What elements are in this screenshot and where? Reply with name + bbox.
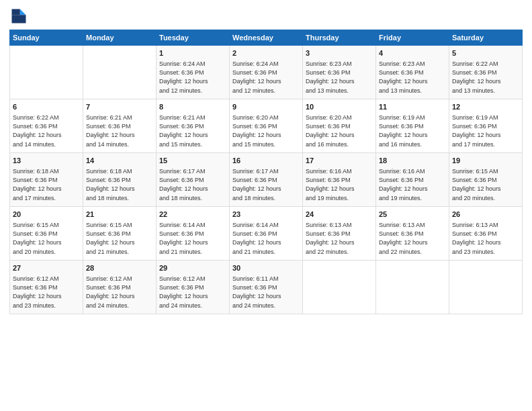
cal-cell xyxy=(449,261,523,314)
day-number: 8 xyxy=(159,102,226,112)
cal-cell: 2Sunrise: 6:24 AM Sunset: 6:36 PM Daylig… xyxy=(230,46,303,99)
weekday-header-row: SundayMondayTuesdayWednesdayThursdayFrid… xyxy=(10,30,523,46)
cal-cell: 25Sunrise: 6:13 AM Sunset: 6:36 PM Dayli… xyxy=(376,207,449,261)
cal-cell xyxy=(376,261,449,314)
day-number: 19 xyxy=(452,156,519,166)
day-details: Sunrise: 6:11 AM Sunset: 6:36 PM Dayligh… xyxy=(232,275,300,310)
day-number: 12 xyxy=(452,102,519,112)
weekday-header-wednesday: Wednesday xyxy=(230,30,303,46)
cal-cell xyxy=(303,261,376,314)
day-number: 25 xyxy=(379,210,446,220)
day-number: 27 xyxy=(13,263,80,273)
day-details: Sunrise: 6:17 AM Sunset: 6:36 PM Dayligh… xyxy=(232,167,300,202)
day-number: 30 xyxy=(232,263,300,273)
day-number: 9 xyxy=(232,102,300,112)
cal-cell: 21Sunrise: 6:15 AM Sunset: 6:36 PM Dayli… xyxy=(83,207,157,261)
day-details: Sunrise: 6:13 AM Sunset: 6:36 PM Dayligh… xyxy=(452,221,519,256)
day-details: Sunrise: 6:20 AM Sunset: 6:36 PM Dayligh… xyxy=(306,113,373,148)
cal-cell: 22Sunrise: 6:14 AM Sunset: 6:36 PM Dayli… xyxy=(157,207,230,261)
logo-icon xyxy=(9,7,28,26)
cal-cell: 13Sunrise: 6:18 AM Sunset: 6:36 PM Dayli… xyxy=(10,153,83,207)
day-number: 18 xyxy=(379,156,446,166)
cal-cell: 20Sunrise: 6:15 AM Sunset: 6:36 PM Dayli… xyxy=(10,207,83,261)
svg-marker-0 xyxy=(20,9,26,15)
day-details: Sunrise: 6:22 AM Sunset: 6:36 PM Dayligh… xyxy=(452,60,519,95)
day-number: 11 xyxy=(379,102,446,112)
day-details: Sunrise: 6:18 AM Sunset: 6:36 PM Dayligh… xyxy=(86,167,153,202)
weekday-header-friday: Friday xyxy=(376,30,449,46)
day-number: 4 xyxy=(379,48,446,58)
day-number: 2 xyxy=(232,48,300,58)
week-row-3: 13Sunrise: 6:18 AM Sunset: 6:36 PM Dayli… xyxy=(10,153,523,207)
cal-cell: 11Sunrise: 6:19 AM Sunset: 6:36 PM Dayli… xyxy=(376,99,449,153)
day-details: Sunrise: 6:17 AM Sunset: 6:36 PM Dayligh… xyxy=(159,167,226,202)
cal-cell: 5Sunrise: 6:22 AM Sunset: 6:36 PM Daylig… xyxy=(449,46,523,99)
week-row-2: 6Sunrise: 6:22 AM Sunset: 6:36 PM Daylig… xyxy=(10,99,523,153)
cal-cell: 15Sunrise: 6:17 AM Sunset: 6:36 PM Dayli… xyxy=(157,153,230,207)
day-details: Sunrise: 6:14 AM Sunset: 6:36 PM Dayligh… xyxy=(232,221,300,256)
cal-cell xyxy=(83,46,157,99)
cal-cell: 29Sunrise: 6:12 AM Sunset: 6:36 PM Dayli… xyxy=(157,261,230,314)
day-number: 7 xyxy=(86,102,153,112)
day-details: Sunrise: 6:24 AM Sunset: 6:36 PM Dayligh… xyxy=(232,60,300,95)
header xyxy=(9,7,523,26)
cal-cell: 18Sunrise: 6:16 AM Sunset: 6:36 PM Dayli… xyxy=(376,153,449,207)
cal-cell: 27Sunrise: 6:12 AM Sunset: 6:36 PM Dayli… xyxy=(10,261,83,314)
cal-cell: 4Sunrise: 6:23 AM Sunset: 6:36 PM Daylig… xyxy=(376,46,449,99)
day-details: Sunrise: 6:21 AM Sunset: 6:36 PM Dayligh… xyxy=(159,113,226,148)
calendar-table: SundayMondayTuesdayWednesdayThursdayFrid… xyxy=(9,30,523,314)
week-row-1: 1Sunrise: 6:24 AM Sunset: 6:36 PM Daylig… xyxy=(10,46,523,99)
day-number: 29 xyxy=(159,263,226,273)
cal-cell: 26Sunrise: 6:13 AM Sunset: 6:36 PM Dayli… xyxy=(449,207,523,261)
cal-cell: 14Sunrise: 6:18 AM Sunset: 6:36 PM Dayli… xyxy=(83,153,157,207)
day-details: Sunrise: 6:12 AM Sunset: 6:36 PM Dayligh… xyxy=(86,275,153,310)
day-number: 28 xyxy=(86,263,153,273)
weekday-header-saturday: Saturday xyxy=(449,30,523,46)
day-number: 15 xyxy=(159,156,226,166)
day-details: Sunrise: 6:16 AM Sunset: 6:36 PM Dayligh… xyxy=(379,167,446,202)
day-number: 10 xyxy=(306,102,373,112)
day-details: Sunrise: 6:21 AM Sunset: 6:36 PM Dayligh… xyxy=(86,113,153,148)
cal-cell: 28Sunrise: 6:12 AM Sunset: 6:36 PM Dayli… xyxy=(83,261,157,314)
day-number: 22 xyxy=(159,210,226,220)
weekday-header-monday: Monday xyxy=(83,30,157,46)
week-row-4: 20Sunrise: 6:15 AM Sunset: 6:36 PM Dayli… xyxy=(10,207,523,261)
cal-cell: 7Sunrise: 6:21 AM Sunset: 6:36 PM Daylig… xyxy=(83,99,157,153)
day-details: Sunrise: 6:20 AM Sunset: 6:36 PM Dayligh… xyxy=(232,113,300,148)
day-details: Sunrise: 6:12 AM Sunset: 6:36 PM Dayligh… xyxy=(13,275,80,310)
cal-cell: 10Sunrise: 6:20 AM Sunset: 6:36 PM Dayli… xyxy=(303,99,376,153)
day-details: Sunrise: 6:15 AM Sunset: 6:36 PM Dayligh… xyxy=(13,221,80,256)
day-number: 17 xyxy=(306,156,373,166)
cal-cell: 17Sunrise: 6:16 AM Sunset: 6:36 PM Dayli… xyxy=(303,153,376,207)
day-number: 26 xyxy=(452,210,519,220)
cal-cell: 19Sunrise: 6:15 AM Sunset: 6:36 PM Dayli… xyxy=(449,153,523,207)
cal-cell: 9Sunrise: 6:20 AM Sunset: 6:36 PM Daylig… xyxy=(230,99,303,153)
day-details: Sunrise: 6:19 AM Sunset: 6:36 PM Dayligh… xyxy=(379,113,446,148)
day-details: Sunrise: 6:15 AM Sunset: 6:36 PM Dayligh… xyxy=(86,221,153,256)
day-details: Sunrise: 6:23 AM Sunset: 6:36 PM Dayligh… xyxy=(379,60,446,95)
cal-cell: 1Sunrise: 6:24 AM Sunset: 6:36 PM Daylig… xyxy=(157,46,230,99)
page: SundayMondayTuesdayWednesdayThursdayFrid… xyxy=(0,0,532,411)
day-number: 21 xyxy=(86,210,153,220)
day-details: Sunrise: 6:12 AM Sunset: 6:36 PM Dayligh… xyxy=(159,275,226,310)
day-details: Sunrise: 6:22 AM Sunset: 6:36 PM Dayligh… xyxy=(13,113,80,148)
day-number: 3 xyxy=(306,48,373,58)
cal-cell: 24Sunrise: 6:13 AM Sunset: 6:36 PM Dayli… xyxy=(303,207,376,261)
day-number: 23 xyxy=(232,210,300,220)
svg-rect-2 xyxy=(12,15,26,23)
day-number: 6 xyxy=(13,102,80,112)
day-details: Sunrise: 6:23 AM Sunset: 6:36 PM Dayligh… xyxy=(306,60,373,95)
day-number: 13 xyxy=(13,156,80,166)
week-row-5: 27Sunrise: 6:12 AM Sunset: 6:36 PM Dayli… xyxy=(10,261,523,314)
cal-cell: 8Sunrise: 6:21 AM Sunset: 6:36 PM Daylig… xyxy=(157,99,230,153)
weekday-header-tuesday: Tuesday xyxy=(157,30,230,46)
day-number: 14 xyxy=(86,156,153,166)
day-number: 20 xyxy=(13,210,80,220)
cal-cell: 16Sunrise: 6:17 AM Sunset: 6:36 PM Dayli… xyxy=(230,153,303,207)
cal-cell xyxy=(10,46,83,99)
day-details: Sunrise: 6:14 AM Sunset: 6:36 PM Dayligh… xyxy=(159,221,226,256)
day-details: Sunrise: 6:16 AM Sunset: 6:36 PM Dayligh… xyxy=(306,167,373,202)
weekday-header-thursday: Thursday xyxy=(303,30,376,46)
day-details: Sunrise: 6:13 AM Sunset: 6:36 PM Dayligh… xyxy=(379,221,446,256)
logo xyxy=(9,7,31,26)
